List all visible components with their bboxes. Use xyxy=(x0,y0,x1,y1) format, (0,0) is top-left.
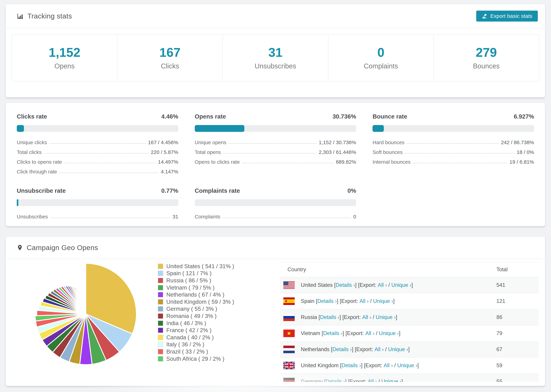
detail-label: Complaints xyxy=(195,214,220,220)
flag-es-icon xyxy=(283,297,295,305)
country-total: 59 xyxy=(496,362,502,369)
bracket-text: ] [Export: xyxy=(352,346,374,352)
detail-label: Opens to clicks rate xyxy=(195,159,240,165)
bracket-text: ] [Export: xyxy=(343,330,365,336)
rate-block-bounce-rate: Bounce rate6.927%Hard bounces242 / 86.73… xyxy=(373,113,534,175)
legend-item-india[interactable]: India ( 46 / 3% ) xyxy=(158,320,234,327)
dotted-leader xyxy=(50,217,170,218)
legend-item-south-africa[interactable]: South Africa ( 29 / 2% ) xyxy=(158,355,234,362)
table-row-ru: Russia [Details ›] [Export: All › / Uniq… xyxy=(280,309,539,325)
bracket-text: ] [Export: xyxy=(339,314,362,320)
dotted-leader xyxy=(405,153,514,154)
progress-bar-track xyxy=(17,199,178,206)
export-unique-link[interactable]: Unique › xyxy=(388,346,408,352)
column-header-total: Total xyxy=(496,266,508,273)
export-all-link[interactable]: All › xyxy=(378,282,387,288)
detail-value: 1,152 / 30.736% xyxy=(319,140,356,145)
table-row-de: Germany [Details ›] [Export: All › / Uni… xyxy=(280,373,539,382)
export-all-link[interactable]: All › xyxy=(365,330,374,336)
rate-detail-row: Unique opens1,152 / 30.736% xyxy=(195,136,356,145)
bracket-text: ] xyxy=(396,314,397,320)
progress-bar-track xyxy=(195,125,356,132)
legend-item-united-states[interactable]: United States ( 541 / 31% ) xyxy=(158,263,234,270)
geo-opens-header: Campaign Geo Opens xyxy=(6,237,545,259)
details-link[interactable]: Details › xyxy=(326,378,345,382)
legend-label: Netherlands ( 67 / 4% ) xyxy=(166,291,224,298)
rate-title-row: Bounce rate6.927% xyxy=(373,113,534,120)
country-name: Russia xyxy=(301,314,317,320)
export-unique-link[interactable]: Unique › xyxy=(397,362,417,369)
legend-label: Brazil ( 33 / 2% ) xyxy=(166,348,208,355)
details-link[interactable]: Details › xyxy=(323,330,343,336)
rate-detail-rows: Unique opens1,152 / 30.736%Total opens2,… xyxy=(195,136,356,165)
legend-label: Italy ( 36 / 2% ) xyxy=(166,341,204,348)
legend-item-russia[interactable]: Russia ( 86 / 5% ) xyxy=(158,277,234,284)
country-name: Germany xyxy=(301,378,323,382)
details-link[interactable]: Details › xyxy=(318,298,337,304)
legend-item-italy[interactable]: Italy ( 36 / 2% ) xyxy=(158,341,234,348)
stat-cell-bounces: 279Bounces xyxy=(434,35,539,81)
country-name: Vietnam xyxy=(301,330,320,336)
bracket-text: ] xyxy=(393,298,395,304)
rate-title-row: Opens rate30.736% xyxy=(195,113,356,120)
legend-item-germany[interactable]: Germany ( 55 / 3% ) xyxy=(158,305,234,313)
detail-label: Unique clicks xyxy=(17,140,47,145)
legend-item-romania[interactable]: Romania ( 49 / 3% ) xyxy=(158,313,234,320)
bracket-text: ] xyxy=(408,346,410,352)
export-unique-link[interactable]: Unique › xyxy=(376,314,396,320)
table-row-es: Spain [Details ›] [Export: All › / Uniqu… xyxy=(280,293,539,309)
dotted-leader xyxy=(59,173,158,173)
details-link[interactable]: Details › xyxy=(336,282,355,288)
detail-value: 0 xyxy=(353,214,356,220)
tracking-stats-title: Tracking stats xyxy=(27,12,72,20)
bracket-text: / xyxy=(377,378,381,382)
rate-title: Bounce rate xyxy=(373,113,407,120)
legend-swatch xyxy=(158,264,163,269)
export-unique-link[interactable]: Unique › xyxy=(381,378,401,382)
legend-item-spain[interactable]: Spain ( 121 / 7% ) xyxy=(158,270,234,277)
legend-label: Germany ( 55 / 3% ) xyxy=(166,306,217,312)
rate-title-row: Unsubscribe rate0.77% xyxy=(17,187,178,194)
export-all-link[interactable]: All › xyxy=(374,346,384,352)
tracking-stats-card: Tracking stats Export basic stats 1,152O… xyxy=(6,4,545,98)
bracket-text: ] xyxy=(411,282,413,288)
export-all-link[interactable]: All › xyxy=(368,378,377,382)
export-unique-link[interactable]: Unique › xyxy=(391,282,411,288)
detail-label: Clicks to opens rate xyxy=(17,159,62,165)
rate-block-clicks-rate: Clicks rate4.46%Unique clicks167 / 4.456… xyxy=(17,113,178,175)
export-unique-link[interactable]: Unique › xyxy=(379,330,399,336)
export-all-link[interactable]: All › xyxy=(384,362,393,369)
legend-item-canada[interactable]: Canada ( 40 / 2% ) xyxy=(158,334,234,341)
table-row-gb: United Kingdom [Details ›] [Export: All … xyxy=(280,357,539,373)
export-all-link[interactable]: All › xyxy=(360,298,369,304)
progress-bar-track xyxy=(373,125,534,132)
rate-detail-row: Hard bounces242 / 86.738% xyxy=(373,136,534,145)
detail-value: 19 / 6.81% xyxy=(509,159,534,165)
detail-value: 14.497% xyxy=(158,159,178,165)
legend-item-united-kingdom[interactable]: United Kingdom ( 59 / 3% ) xyxy=(158,298,234,305)
legend-item-france[interactable]: France ( 42 / 2% ) xyxy=(158,327,234,334)
rate-detail-row: Total opens2,303 / 61.446% xyxy=(195,145,356,155)
export-basic-stats-button[interactable]: Export basic stats xyxy=(476,11,538,21)
export-all-link[interactable]: All › xyxy=(362,314,371,320)
details-link[interactable]: Details › xyxy=(342,362,361,369)
detail-label: Hard bounces xyxy=(373,140,404,145)
stat-cell-opens: 1,152Opens xyxy=(12,35,117,81)
legend-swatch xyxy=(158,342,163,347)
table-row-nl: Netherlands [Details ›] [Export: All › /… xyxy=(280,341,539,357)
rate-detail-rows: Unsubscribes31 xyxy=(17,210,178,220)
export-icon xyxy=(482,13,487,19)
rate-value: 30.736% xyxy=(332,113,356,120)
country-total: 121 xyxy=(496,298,505,304)
bracket-text: ] [Export: xyxy=(361,362,384,369)
details-link[interactable]: Details › xyxy=(332,346,352,352)
bracket-text: [ xyxy=(317,314,320,320)
legend-item-netherlands[interactable]: Netherlands ( 67 / 4% ) xyxy=(158,291,234,298)
details-link[interactable]: Details › xyxy=(320,314,339,320)
rate-title: Unsubscribe rate xyxy=(17,187,66,194)
legend-item-brazil[interactable]: Brazil ( 33 / 2% ) xyxy=(158,348,234,355)
dotted-leader xyxy=(44,153,148,154)
export-unique-link[interactable]: Unique › xyxy=(373,298,393,304)
bracket-text: / xyxy=(384,346,388,352)
legend-item-vietnam[interactable]: Vietnam ( 79 / 5% ) xyxy=(158,284,234,291)
